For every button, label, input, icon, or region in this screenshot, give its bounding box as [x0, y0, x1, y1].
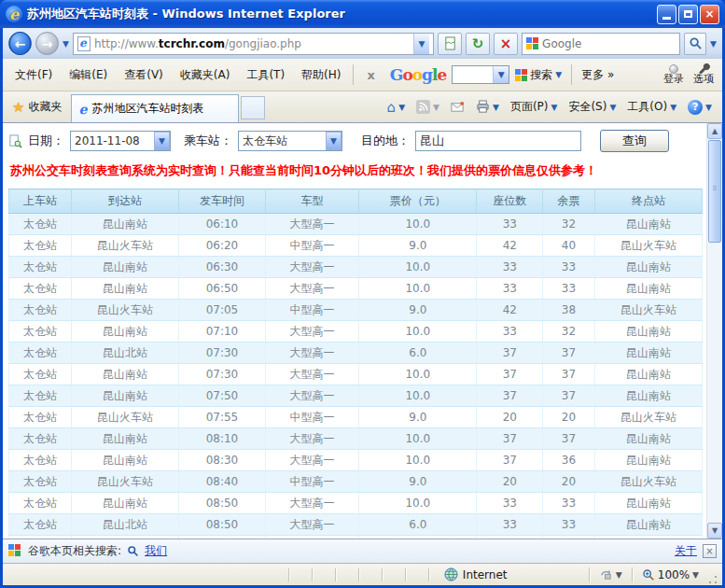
- active-tab[interactable]: e 苏州地区汽车站时刻表: [71, 94, 239, 122]
- google-related-bar: 谷歌本页相关搜索: 我们 关于 ×: [3, 539, 722, 563]
- table-cell: 昆山火车站: [594, 471, 702, 493]
- table-cell: 太仓站: [9, 257, 72, 278]
- stop-button[interactable]: ×: [494, 33, 518, 55]
- table-cell: 08:10: [179, 428, 266, 450]
- table-cell: 昆山火车站: [71, 407, 178, 428]
- table-row: 太仓站昆山南站08:50大型高一10.03333昆山南站: [9, 493, 703, 514]
- google-options-button[interactable]: 选项: [689, 63, 718, 85]
- refresh-button[interactable]: ↻: [466, 33, 490, 55]
- google-search-combobox[interactable]: ▼: [452, 65, 509, 84]
- destination-input[interactable]: [415, 131, 581, 151]
- combo-dropdown-icon[interactable]: ▼: [493, 66, 509, 83]
- address-dropdown-icon[interactable]: ▼: [413, 34, 429, 54]
- vertical-scrollbar[interactable]: ▲ ▼: [706, 123, 722, 539]
- menu-help[interactable]: 帮助(H): [293, 63, 349, 87]
- new-tab-button[interactable]: [241, 96, 265, 119]
- table-cell: 07:05: [179, 300, 266, 321]
- menu-favorites[interactable]: 收藏夹(A): [172, 63, 239, 87]
- table-cell: 昆山火车站: [71, 471, 178, 493]
- printer-icon: [476, 100, 490, 114]
- table-cell: 10.0: [359, 428, 477, 450]
- tab-title: 苏州地区汽车站时刻表: [91, 101, 203, 117]
- favorites-button[interactable]: ★收藏夹: [3, 91, 71, 122]
- date-select-chevron-icon[interactable]: ▼: [154, 132, 170, 150]
- mail-button[interactable]: [446, 100, 469, 114]
- history-dropdown-icon[interactable]: ▼: [63, 39, 69, 49]
- rss-button[interactable]: ▼: [411, 100, 444, 114]
- resize-grip[interactable]: [707, 574, 718, 585]
- table-cell: 06:10: [179, 214, 266, 235]
- table-cell: 昆山南站: [71, 450, 178, 471]
- forward-button[interactable]: →: [35, 32, 59, 55]
- related-search-link[interactable]: 我们: [145, 543, 167, 559]
- menu-file[interactable]: 文件(F): [7, 63, 61, 87]
- table-cell: 昆山南站: [594, 536, 702, 539]
- back-arrow-icon[interactable]: ←: [9, 32, 31, 55]
- google-toolbar-close-button[interactable]: x: [357, 68, 383, 82]
- table-row: 太仓站昆山南站07:30大型高一10.03737昆山南站: [9, 364, 703, 385]
- scrollbar-track[interactable]: [707, 244, 722, 523]
- table-cell: 37: [543, 343, 595, 364]
- zoom-control[interactable]: 100% ▼: [637, 568, 704, 581]
- page-menu-button[interactable]: 页面(P)▼: [506, 99, 563, 115]
- minimize-button[interactable]: [657, 5, 676, 24]
- menu-tools[interactable]: 工具(T): [238, 63, 293, 87]
- table-cell: 太仓站: [9, 471, 72, 493]
- search-button[interactable]: [684, 33, 706, 55]
- back-button[interactable]: ←: [8, 32, 32, 55]
- scroll-down-button[interactable]: ▼: [707, 523, 722, 539]
- refresh-icon: ↻: [472, 35, 484, 52]
- column-header: 到达站: [71, 189, 178, 214]
- table-cell: 37: [477, 428, 543, 450]
- table-cell: 昆山北站: [71, 514, 178, 536]
- url-text[interactable]: http://www.tcrchr.com/gongjiao.php: [94, 37, 410, 50]
- scrollbar-thumb[interactable]: [708, 140, 721, 243]
- table-cell: 太仓站: [9, 343, 72, 364]
- help-button[interactable]: ?▼: [683, 100, 717, 115]
- safety-menu-button[interactable]: 安全(S)▼: [564, 99, 620, 115]
- table-cell: 太仓站: [9, 278, 72, 300]
- menu-edit[interactable]: 编辑(E): [61, 63, 116, 87]
- maximize-button[interactable]: [678, 5, 698, 24]
- table-cell: 06:30: [179, 257, 266, 278]
- address-bar[interactable]: http://www.tcrchr.com/gongjiao.php ▼: [73, 33, 434, 55]
- station-select[interactable]: 太仓车站▼: [238, 131, 342, 151]
- protected-mode-button[interactable]: ▼: [594, 567, 627, 581]
- table-row: 太仓站昆山南站07:10大型高一10.03332昆山南站: [9, 321, 703, 343]
- table-cell: 太仓站: [9, 536, 72, 539]
- table-cell: 37: [543, 364, 595, 385]
- table-cell: 9.0: [359, 407, 477, 428]
- table-cell: 10.0: [359, 385, 477, 407]
- related-bar-close-button[interactable]: ×: [703, 544, 717, 558]
- home-button[interactable]: ⌂▼: [383, 99, 410, 116]
- status-bar: Internet ▼ 100% ▼: [3, 563, 722, 585]
- google-more-button[interactable]: 更多 »: [576, 67, 620, 83]
- scroll-up-button[interactable]: ▲: [707, 123, 722, 139]
- table-cell: 昆山火车站: [594, 300, 702, 321]
- station-label: 乘车站：: [184, 133, 232, 149]
- ie-logo-icon: e: [6, 6, 22, 22]
- tools-menu-button[interactable]: 工具(O)▼: [622, 99, 681, 115]
- google-search-button[interactable]: 搜索▼: [509, 67, 567, 83]
- table-cell: 大型高一: [265, 428, 358, 450]
- title-bar[interactable]: e 苏州地区汽车站时刻表 - Windows Internet Explorer…: [0, 0, 725, 28]
- table-cell: 大型高一: [265, 385, 358, 407]
- query-button[interactable]: 查询: [600, 130, 669, 152]
- about-link[interactable]: 关于: [675, 543, 697, 559]
- google-login-button[interactable]: 登录: [659, 64, 689, 85]
- station-select-chevron-icon[interactable]: ▼: [326, 132, 342, 150]
- date-select[interactable]: 2011-11-08▼: [70, 131, 171, 151]
- search-box[interactable]: [522, 33, 680, 55]
- compatibility-view-button[interactable]: [438, 33, 462, 55]
- table-cell: 10.0: [359, 536, 477, 539]
- column-header: 座位数: [477, 189, 543, 214]
- search-provider-dropdown-icon[interactable]: ▼: [710, 39, 717, 49]
- menu-view[interactable]: 查看(V): [116, 63, 172, 87]
- table-cell: 昆山南站: [71, 493, 178, 514]
- google-icon: [8, 544, 22, 558]
- table-cell: 08:50: [179, 514, 266, 536]
- print-button[interactable]: ▼: [471, 100, 504, 114]
- table-cell: 08:40: [179, 471, 266, 493]
- close-button[interactable]: ×: [700, 5, 719, 24]
- search-input[interactable]: [542, 37, 676, 50]
